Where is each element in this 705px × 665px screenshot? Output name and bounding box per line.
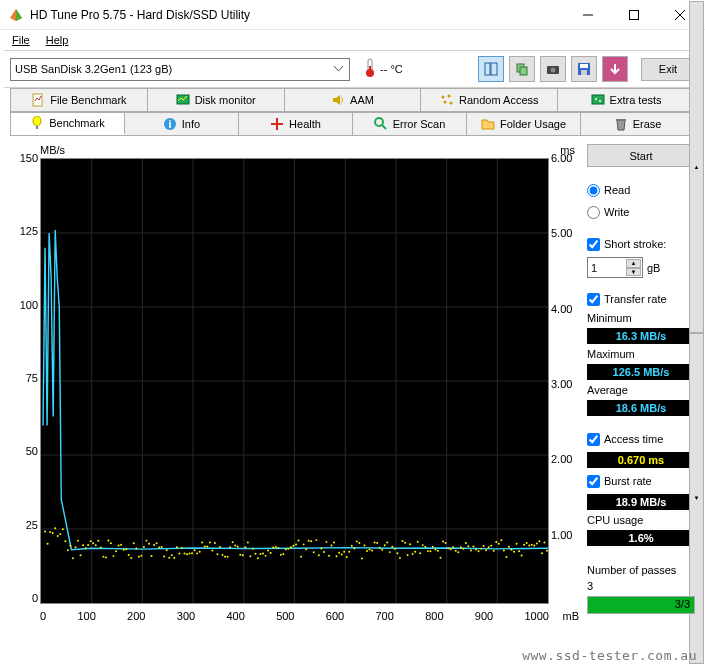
svg-point-121 [244,546,246,548]
svg-point-210 [470,550,472,552]
write-radio[interactable]: Write [587,203,695,221]
passes-input[interactable]: 3▲▼ [587,580,643,592]
svg-point-189 [417,541,419,543]
svg-point-240 [546,550,548,552]
window-title: HD Tune Pro 5.75 - Hard Disk/SSD Utility [30,8,565,22]
tab-erase[interactable]: Erase [581,113,694,135]
svg-point-148 [313,551,315,553]
svg-point-188 [414,551,416,553]
transfer-rate-check[interactable]: Transfer rate [587,290,695,308]
svg-point-235 [533,544,535,546]
tab-random-access[interactable]: Random Access [421,89,558,112]
read-radio[interactable]: Read [587,181,695,199]
svg-point-237 [538,540,540,542]
burst-rate-check[interactable]: Burst rate [587,472,695,490]
svg-point-201 [447,547,449,549]
watermark: www.ssd-tester.com.au [522,648,697,663]
short-stroke-input[interactable]: 1▲▼ [587,257,643,278]
menu-help[interactable]: Help [40,32,75,48]
tab-health[interactable]: Health [239,113,353,135]
tab-info[interactable]: iInfo [125,113,239,135]
svg-point-78 [135,548,137,550]
access-time-check[interactable]: Access time [587,430,695,448]
temperature-display: -- °C [364,58,403,80]
svg-point-20 [595,98,597,100]
svg-point-120 [242,554,244,556]
tab-disk-monitor[interactable]: Disk monitor [148,89,285,112]
svg-point-172 [374,542,376,544]
average-label: Average [587,384,695,396]
svg-point-65 [102,556,104,558]
tab-benchmark[interactable]: Benchmark [11,113,125,135]
svg-point-87 [158,546,160,548]
svg-point-48 [59,533,61,535]
tab-folder-usage[interactable]: Folder Usage [467,113,581,135]
toolbar-btn-copy[interactable] [509,56,535,82]
tab-extra-tests[interactable]: Extra tests [558,89,694,112]
svg-point-200 [445,542,447,544]
passes-progress: 3/3 [587,596,695,614]
toolbar-btn-options[interactable] [602,56,628,82]
chevron-down-icon [330,61,347,78]
svg-point-45 [52,532,54,534]
maximize-button[interactable] [611,0,657,30]
exit-button[interactable]: Exit [641,58,695,81]
svg-point-18 [450,102,453,105]
svg-point-209 [467,545,469,547]
tab-error-scan[interactable]: Error Scan [353,113,467,135]
svg-point-100 [191,552,193,554]
tab-aam[interactable]: AAM [285,89,422,112]
toolbar-btn-save[interactable] [571,56,597,82]
svg-point-212 [475,548,477,550]
menu-file[interactable]: File [6,32,36,48]
svg-point-62 [95,544,97,546]
svg-point-202 [450,548,452,550]
svg-rect-12 [581,70,587,75]
svg-point-57 [82,544,84,546]
svg-point-131 [270,552,272,554]
svg-point-123 [249,555,251,557]
svg-point-139 [290,546,292,548]
svg-point-208 [465,542,467,544]
svg-point-175 [381,549,383,551]
toolbar-btn-screenshot[interactable] [540,56,566,82]
svg-point-150 [318,554,320,556]
svg-point-176 [384,544,386,546]
start-button[interactable]: Start [587,144,695,167]
svg-point-116 [232,541,234,543]
svg-point-92 [171,554,173,556]
toolbar-btn-1[interactable] [478,56,504,82]
svg-point-111 [219,546,221,548]
svg-point-163 [351,545,353,547]
svg-point-58 [85,547,87,549]
svg-point-80 [140,555,142,557]
drive-select[interactable]: USB SanDisk 3.2Gen1 (123 gB) [10,58,350,81]
svg-point-109 [214,542,216,544]
svg-point-55 [77,540,79,542]
benchmark-chart: MB/s ms 1501251007550250 6.005.004.003.0… [10,144,579,634]
access-time-value: 0.670 ms [587,452,695,468]
svg-point-146 [308,540,310,542]
svg-point-182 [399,557,401,559]
short-stroke-check[interactable]: Short stroke: [587,235,695,253]
svg-point-159 [341,553,343,555]
svg-point-217 [488,546,490,548]
cpu-usage-value: 1.6% [587,530,695,546]
svg-point-170 [369,548,371,550]
svg-point-162 [348,551,350,553]
minimize-button[interactable] [565,0,611,30]
svg-point-197 [437,550,439,552]
svg-point-213 [478,550,480,552]
tab-file-benchmark[interactable]: File Benchmark [11,89,148,112]
svg-point-105 [204,546,206,548]
svg-point-126 [257,557,259,559]
svg-point-226 [510,549,512,551]
svg-point-86 [156,542,158,544]
svg-point-141 [295,543,297,545]
svg-point-107 [209,541,211,543]
svg-point-145 [305,548,307,550]
svg-point-110 [216,553,218,555]
svg-point-229 [518,550,520,552]
svg-point-21 [599,100,601,102]
svg-point-158 [338,552,340,554]
